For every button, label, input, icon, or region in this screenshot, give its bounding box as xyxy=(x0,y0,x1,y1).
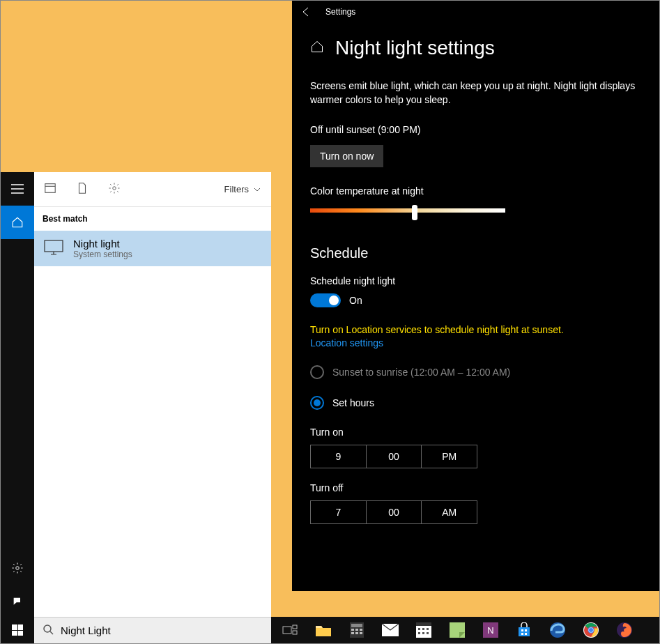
svg-point-38 xyxy=(44,625,51,632)
radio-sunset[interactable] xyxy=(310,365,324,379)
svg-rect-28 xyxy=(525,629,527,631)
taskbar-app-firefox[interactable] xyxy=(608,617,640,643)
svg-rect-5 xyxy=(293,625,297,629)
start-button[interactable] xyxy=(1,617,34,643)
result-title: Night light xyxy=(73,238,132,250)
taskbar-app-store[interactable] xyxy=(508,617,540,643)
search-input[interactable] xyxy=(61,624,263,636)
heading-row: Night light settings xyxy=(310,37,641,59)
svg-rect-23 xyxy=(427,632,429,634)
schedule-toggle-label: Schedule night light xyxy=(310,275,641,286)
back-button[interactable] xyxy=(300,6,312,17)
turn-on-time-picker: 9 00 PM xyxy=(310,445,477,468)
turn-off-hour[interactable]: 7 xyxy=(311,501,367,523)
settings-gear-icon[interactable] xyxy=(1,551,34,585)
result-text: Night light System settings xyxy=(73,238,132,259)
svg-rect-10 xyxy=(355,629,358,631)
radio-sethours-row: Set hours xyxy=(310,396,641,410)
filters-dropdown[interactable]: Filters xyxy=(224,184,261,194)
taskbar-app-onenote[interactable]: N xyxy=(475,617,507,643)
svg-rect-18 xyxy=(418,628,420,630)
description-text: Screens emit blue light, which can keep … xyxy=(310,79,641,107)
filters-label: Filters xyxy=(224,184,249,194)
radio-sethours[interactable] xyxy=(310,396,324,410)
svg-rect-21 xyxy=(418,632,420,634)
taskbar-app-task-view[interactable] xyxy=(274,617,306,643)
result-night-light[interactable]: Night light System settings xyxy=(34,231,271,266)
radio-sethours-label: Set hours xyxy=(332,397,374,408)
svg-rect-4 xyxy=(283,627,291,634)
slider-thumb[interactable] xyxy=(412,205,417,220)
schedule-toggle-row: On xyxy=(310,293,641,307)
taskbar-app-chrome[interactable] xyxy=(575,617,607,643)
taskbar-search-box[interactable] xyxy=(34,617,271,643)
svg-rect-22 xyxy=(422,632,424,634)
schedule-heading: Schedule xyxy=(310,245,641,261)
best-match-header: Best match xyxy=(34,207,271,231)
result-sub: System settings xyxy=(73,250,132,259)
documents-icon[interactable] xyxy=(76,182,89,197)
feedback-icon[interactable] xyxy=(1,585,34,618)
turn-on-minute[interactable]: 00 xyxy=(367,445,422,468)
svg-rect-24 xyxy=(450,622,465,638)
taskbar-app-edge[interactable] xyxy=(542,617,574,643)
hamburger-icon[interactable] xyxy=(1,172,34,206)
settings-icon[interactable] xyxy=(108,182,121,197)
svg-rect-30 xyxy=(525,633,527,635)
radio-sunset-label: Sunset to sunrise (12:00 AM – 12:00 AM) xyxy=(332,367,510,378)
svg-point-36 xyxy=(589,628,593,632)
cortana-home-icon[interactable] xyxy=(1,206,34,239)
svg-rect-8 xyxy=(351,624,362,627)
turn-on-ampm[interactable]: PM xyxy=(422,445,477,468)
page-title: Night light settings xyxy=(335,37,495,59)
svg-rect-11 xyxy=(360,629,362,631)
color-temp-label: Color temperature at night xyxy=(310,185,641,197)
turn-off-label: Turn off xyxy=(310,482,641,493)
turn-off-time-picker: 7 00 AM xyxy=(310,500,477,524)
location-settings-link[interactable]: Location settings xyxy=(310,337,641,348)
svg-rect-3 xyxy=(45,240,63,252)
svg-rect-20 xyxy=(427,628,429,630)
taskbar-app-sticky-notes[interactable] xyxy=(441,617,473,643)
turn-on-hour[interactable]: 9 xyxy=(311,445,367,468)
taskbar-app-mail[interactable] xyxy=(374,617,406,643)
turn-off-ampm[interactable]: AM xyxy=(422,501,477,523)
slider-track xyxy=(310,208,505,213)
turn-off-minute[interactable]: 00 xyxy=(367,501,422,523)
monitor-icon xyxy=(44,240,63,258)
svg-rect-17 xyxy=(416,622,431,626)
radio-sunset-row: Sunset to sunrise (12:00 AM – 12:00 AM) xyxy=(310,365,641,379)
app-title: Settings xyxy=(325,7,355,17)
location-warning: Turn on Location services to schedule ni… xyxy=(310,323,641,337)
windows-logo-icon xyxy=(12,624,23,636)
turn-on-now-button[interactable]: Turn on now xyxy=(310,145,383,167)
settings-window: Settings Night light settings Screens em… xyxy=(292,1,659,591)
taskbar-app-calendar[interactable] xyxy=(408,617,440,643)
start-rail xyxy=(1,172,34,618)
settings-body: Night light settings Screens emit blue l… xyxy=(292,23,659,552)
svg-text:N: N xyxy=(487,625,493,636)
schedule-toggle[interactable] xyxy=(310,293,341,307)
turn-on-label: Turn on xyxy=(310,427,641,438)
svg-rect-12 xyxy=(351,632,354,634)
svg-point-0 xyxy=(16,567,20,570)
settings-titlebar: Settings xyxy=(292,1,659,23)
svg-rect-13 xyxy=(355,632,358,634)
svg-rect-6 xyxy=(293,631,297,634)
apps-icon[interactable] xyxy=(44,182,56,197)
svg-point-2 xyxy=(113,186,116,190)
toggle-state-label: On xyxy=(349,295,362,306)
search-panel: Filters Best match Night light System se… xyxy=(34,172,271,618)
home-icon[interactable] xyxy=(310,40,324,56)
svg-rect-27 xyxy=(521,629,523,631)
svg-rect-19 xyxy=(422,628,424,630)
search-top-bar: Filters xyxy=(34,172,271,207)
status-line: Off until sunset (9:00 PM) xyxy=(310,124,641,135)
svg-rect-29 xyxy=(521,633,523,635)
taskbar-app-file-explorer[interactable] xyxy=(307,617,339,643)
taskbar-app-calculator[interactable] xyxy=(341,617,373,643)
svg-rect-9 xyxy=(351,629,354,631)
svg-rect-1 xyxy=(45,183,55,192)
color-temp-slider[interactable] xyxy=(310,204,505,217)
svg-rect-14 xyxy=(360,632,362,634)
